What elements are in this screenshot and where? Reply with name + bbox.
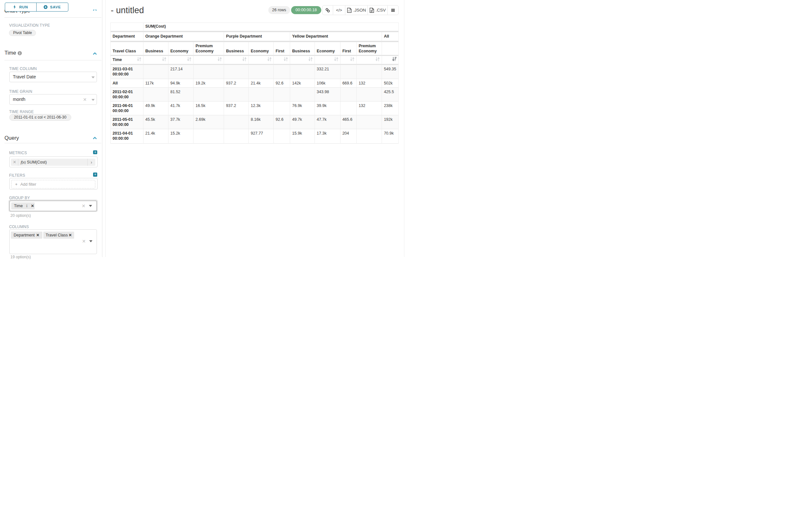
svg-text:</>: </> [348,9,351,11]
